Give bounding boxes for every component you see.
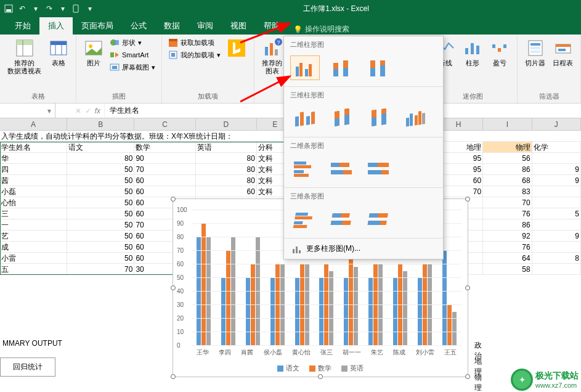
chevron-down-icon[interactable]: ▾: [58, 4, 68, 14]
svg-rect-61: [335, 118, 339, 126]
svg-rect-84: [368, 170, 381, 174]
col-header[interactable]: I: [483, 118, 532, 130]
stacked-100-bar-option[interactable]: [364, 157, 394, 181]
chevron-down-icon[interactable]: ▾: [31, 4, 41, 14]
cell[interactable]: 物理: [474, 372, 482, 392]
col-header[interactable]: D: [196, 118, 257, 130]
svg-rect-39: [530, 47, 540, 49]
section-3d-column: 三维柱形图: [284, 87, 443, 104]
tell-me-search[interactable]: 💡 操作说明搜索: [293, 24, 349, 35]
tab-data[interactable]: 数据: [155, 17, 189, 35]
tab-layout[interactable]: 页面布局: [73, 17, 122, 35]
fx-icon[interactable]: fx: [95, 107, 100, 115]
svg-rect-31: [465, 48, 468, 54]
svg-rect-67: [381, 113, 386, 125]
my-addins-label: 我的加载项: [181, 51, 214, 60]
screenshot-button[interactable]: 屏幕截图▾: [108, 62, 156, 73]
3d-clustered-column-option[interactable]: [290, 106, 320, 131]
svg-rect-1: [6, 9, 11, 12]
shapes-button[interactable]: 形状▾: [108, 37, 156, 48]
stacked-bar-option[interactable]: [327, 157, 357, 181]
3d-stacked-bar-option[interactable]: [327, 207, 357, 232]
chevron-down-icon[interactable]: ▾: [85, 4, 95, 14]
svg-rect-19: [169, 39, 177, 41]
chevron-down-icon: ▾: [152, 63, 155, 71]
table-button[interactable]: 表格: [46, 37, 71, 68]
svg-marker-15: [115, 52, 119, 57]
col-header[interactable]: B: [67, 118, 134, 130]
table-label: 表格: [52, 59, 65, 67]
name-box[interactable]: ▾: [0, 104, 55, 118]
col-header[interactable]: A: [0, 118, 67, 130]
col-header[interactable]: C: [134, 118, 195, 130]
cell[interactable]: 物理: [483, 142, 532, 152]
clustered-column-option[interactable]: [290, 55, 320, 80]
3d-stacked-100-bar-option[interactable]: [364, 207, 394, 232]
svg-rect-22: [228, 39, 245, 57]
svg-point-11: [89, 44, 92, 48]
more-column-charts[interactable]: 更多柱形图(M)...: [284, 238, 443, 259]
svg-rect-92: [331, 221, 343, 225]
screenshot-label: 屏幕截图: [122, 63, 149, 72]
save-icon[interactable]: [4, 4, 14, 14]
svg-rect-85: [295, 213, 308, 216]
ribbon-tabs: 开始 插入 页面布局 公式 数据 审阅 视图 帮助 💡 操作说明搜索: [0, 17, 581, 35]
regression-label: 回归统计: [0, 357, 55, 377]
pictures-button[interactable]: 图片: [81, 37, 106, 68]
tab-help[interactable]: 帮助: [255, 17, 288, 35]
3d-stacked-column-option[interactable]: [327, 106, 357, 131]
tab-formula[interactable]: 公式: [122, 17, 155, 35]
spark-column-button[interactable]: 柱形: [460, 37, 485, 68]
group-filter-label: 筛选器: [539, 90, 559, 103]
chart-legend: 语文数学英语: [173, 364, 468, 373]
stacked-100-column-option[interactable]: [364, 55, 394, 80]
stacked-column-option[interactable]: [327, 55, 357, 80]
svg-rect-70: [415, 115, 418, 126]
clustered-bar-option[interactable]: [290, 157, 320, 181]
screenshot-icon: [110, 62, 120, 72]
my-addins-button[interactable]: 我的加载项▾: [167, 49, 222, 60]
undo-icon[interactable]: ↶: [17, 4, 27, 14]
pivot-table-button[interactable]: 推荐的 数据透视表: [5, 37, 44, 76]
svg-rect-65: [372, 117, 376, 126]
tab-view[interactable]: 视图: [222, 17, 255, 35]
svg-rect-87: [294, 221, 303, 224]
timeline-button[interactable]: 日程表: [550, 37, 575, 68]
cell[interactable]: 数学: [134, 142, 195, 152]
redo-icon[interactable]: ↷: [44, 4, 54, 14]
cell[interactable]: 英语: [196, 142, 257, 152]
3d-stacked-100-column-option[interactable]: [364, 106, 394, 131]
section-3d-bar: 三维条形图: [284, 188, 443, 205]
group-tables-label: 表格: [31, 90, 45, 103]
tab-insert[interactable]: 插入: [39, 17, 73, 35]
smartart-button[interactable]: SmartArt: [108, 49, 156, 60]
svg-rect-53: [370, 68, 375, 76]
svg-rect-98: [296, 247, 298, 253]
summary-output-label: MMARY OUTPUT: [0, 338, 65, 349]
svg-rect-33: [476, 46, 479, 54]
tab-start[interactable]: 开始: [6, 17, 39, 35]
pivot-label: 推荐的 数据透视表: [7, 59, 41, 75]
svg-rect-74: [294, 165, 311, 168]
svg-rect-47: [309, 64, 312, 76]
svg-rect-88: [293, 225, 307, 228]
chevron-down-icon: ▾: [217, 51, 221, 59]
slicer-button[interactable]: 切片器: [522, 37, 548, 68]
svg-rect-99: [299, 250, 301, 253]
cell[interactable]: 化学: [532, 142, 581, 152]
cell[interactable]: 入学生成绩，自动统计学科的平均分等数据。班级：X年X班统计日期：: [0, 131, 296, 141]
bing-button[interactable]: [224, 37, 249, 59]
sparkline-winloss-icon: [490, 38, 510, 58]
touch-mode-icon[interactable]: [71, 4, 81, 14]
tab-review[interactable]: 审阅: [189, 17, 222, 35]
chevron-down-icon[interactable]: ▾: [47, 107, 51, 115]
get-addins-button[interactable]: 获取加载项: [167, 37, 222, 48]
cell[interactable]: 语文: [67, 142, 134, 152]
cell[interactable]: 学生姓名: [0, 142, 67, 152]
3d-column-option[interactable]: [401, 106, 431, 131]
3d-clustered-bar-option[interactable]: [290, 207, 320, 232]
svg-rect-75: [294, 170, 304, 173]
col-header[interactable]: J: [532, 118, 581, 130]
spark-winloss-button[interactable]: 盈亏: [487, 37, 512, 68]
recommended-charts-button[interactable]: ? 推荐的 图表: [259, 37, 285, 76]
